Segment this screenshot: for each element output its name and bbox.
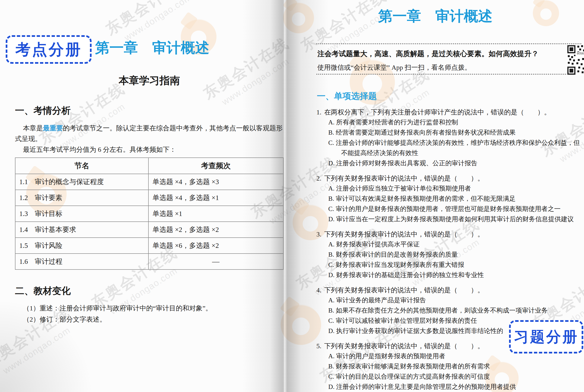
- table-row: 1.5 审计风险 单选题 ×6，多选题 ×2: [15, 238, 283, 254]
- question-stem: 1.在两权分离下，下列有关注册会计师审计产生的说法中，错误的是（ ）。: [316, 107, 582, 117]
- table-row: 1.4 审计基本要求 单选题 ×2，多选题 ×2: [15, 222, 283, 238]
- dotted-divider-top: [316, 43, 582, 44]
- dongao-logo-watermark: [281, 304, 321, 345]
- question: 2.下列有关财务报表审计的说法中，错误的是（ ）。 A. 注册会计师应当独立于被…: [316, 173, 582, 224]
- question-option: B. 审计可以有效满足财务报表预期使用者的需求，但不能无限满足: [328, 194, 582, 204]
- question-option: A. 审计业务的最终产品是审计报告: [328, 295, 582, 306]
- question-option: A. 注册会计师应当独立于被审计单位和预期使用者: [328, 184, 582, 194]
- question-number: 5.: [316, 342, 322, 350]
- question-option: A. 财务报表审计提供高水平保证: [328, 239, 582, 250]
- list-item: （2）修订：部分文字表述。: [15, 314, 284, 325]
- question-option: C. 审计的目的是以合理保证的方式提高财务报表的可信度: [328, 372, 582, 382]
- list-item: （1）重述：注册会计师审计与政府审计中的“审计目的和对象”。: [15, 302, 284, 314]
- question-option: B. 经营者需要定期通过财务报表向所有者报告财务状况和经营成果: [328, 128, 582, 138]
- book-spread-scan: 东奥会计在线 www.dongao.com 东奥会计在线 www.dongao.…: [0, 0, 584, 392]
- section-heading-textbook-changes: 二、教材变化: [15, 284, 71, 297]
- question-option: D. 注册会计师的审计意见主要是向除管理层之外的预期使用者提供: [328, 382, 582, 392]
- table-row: 1.3 审计目标 单选题 ×1: [15, 206, 283, 222]
- question-option: B. 财务报表审计能够满足财务报表预期使用者的所有需求: [328, 361, 582, 372]
- column-header-section: 节名: [15, 158, 148, 174]
- section-heading-exam-analysis: 一、考情分析: [15, 104, 71, 117]
- chapter-title-left: 第一章 审计概述: [95, 37, 209, 58]
- qr-code: 805694: [567, 45, 584, 75]
- question-number: 1.: [316, 108, 322, 116]
- promo-box: 注会考试题量大，高速、高质解题，是过关核心要素。如何高效提升？ 使用微信或“会计…: [317, 49, 562, 72]
- question-option: B. 如果不存在除责任方之外的其他预期使用者，则该业务不构成一项审计业务: [328, 306, 582, 316]
- chapter-title-right: 第一章 审计概述: [289, 7, 582, 26]
- question-number: 4.: [316, 286, 322, 294]
- paragraph: 本章是最重要的考试章节之一。除认定主要在综合题中考查外，其他考点一般以客观题形式…: [15, 123, 284, 144]
- volume-badge-label: 考点分册: [16, 39, 82, 60]
- question: 3.下列有关财务报表审计的说法中，错误的是（ ）。 A. 财务报表审计提供高水平…: [316, 229, 582, 280]
- page-heading: 本章学习指南: [15, 74, 284, 88]
- table-row: 1.1 审计的概念与保证程度 单选题 ×4，多选题 ×3: [15, 174, 283, 190]
- question-option: D. 注册会计师对财务报表出具客观、公正的审计报告: [328, 158, 582, 168]
- textbook-changes-list: （1）重述：注册会计师审计与政府审计中的“审计目的和对象”。 （2）修订：部分文…: [15, 302, 284, 325]
- question-number: 2.: [316, 174, 322, 182]
- table-header-row: 节名 考查频次: [15, 158, 283, 174]
- exam-frequency-table-wrap: 节名 考查频次 1.1 审计的概念与保证程度 单选题 ×4，多选题 ×3 1.2…: [15, 158, 284, 270]
- question-option: B. 财务报表审计的目的是改善财务报表的质量: [328, 250, 582, 260]
- volume-badge-label: 习题分册: [514, 327, 578, 347]
- question-option: C. 审计的用户是财务报表的预期使用者，管理层也可能是财务报表预期使用者之一: [328, 204, 582, 214]
- exam-analysis-paragraphs: 本章是最重要的考试章节之一。除认定主要在综合题中考查外，其他考点一般以客观题形式…: [15, 123, 284, 155]
- question-stem: 2.下列有关财务报表审计的说法中，错误的是（ ）。: [316, 173, 582, 184]
- dotted-divider-bottom: [316, 74, 582, 75]
- table-row: 1.6 审计过程 —: [15, 254, 283, 270]
- qr-code-number: 805694: [577, 52, 584, 55]
- question-option: C. 注册会计师的审计能够提高经济决策的有效性，维护市场经济秩序和保护公众利益，…: [328, 138, 582, 158]
- highlighted-text: 最重要: [43, 124, 63, 132]
- section-heading-single-choice: 一、单项选择题: [317, 90, 377, 102]
- question: 1.在两权分离下，下列有关注册会计师审计产生的说法中，错误的是（ ）。 A. 所…: [316, 107, 582, 168]
- question-option: D. 审计应当在一定程度上为财务报表预期使用者如何利用其审计后的财务信息提供建议: [328, 214, 582, 224]
- volume-badge-right: 习题分册: [509, 320, 583, 354]
- table-row: 1.2 审计要素 单选题 ×4，多选题 ×1: [15, 190, 283, 206]
- column-header-frequency: 考查频次: [148, 158, 283, 174]
- question-number: 3.: [316, 230, 322, 238]
- watermark: 东奥会计在线 www.dongao.com: [199, 33, 299, 113]
- exam-frequency-table: 节名 考查频次 1.1 审计的概念与保证程度 单选题 ×4，多选题 ×3 1.2…: [15, 158, 284, 270]
- promo-headline: 注会考试题量大，高速、高质解题，是过关核心要素。如何高效提升？: [317, 49, 562, 59]
- question-option: A. 所有者需要对经营者的行为进行监督和控制: [328, 117, 582, 128]
- volume-badge-left: 考点分册: [6, 35, 92, 64]
- paragraph: 最近五年考试平均分值为 6 分左右。具体考频如下：: [15, 144, 284, 155]
- question-stem: 4.下列有关财务报表审计的说法中，错误的是（ ）。: [316, 285, 582, 295]
- question-option: D. 财务报表审计的基础是注册会计师的独立性和专业性: [328, 270, 582, 280]
- question-option: C. 财务报表审计应当发现财务报表所有重大错报: [328, 260, 582, 270]
- promo-subline: 使用微信或“会计云课堂” App 扫一扫，看名师点拨。: [317, 63, 562, 72]
- question-stem: 3.下列有关财务报表审计的说法中，错误的是（ ）。: [316, 229, 582, 239]
